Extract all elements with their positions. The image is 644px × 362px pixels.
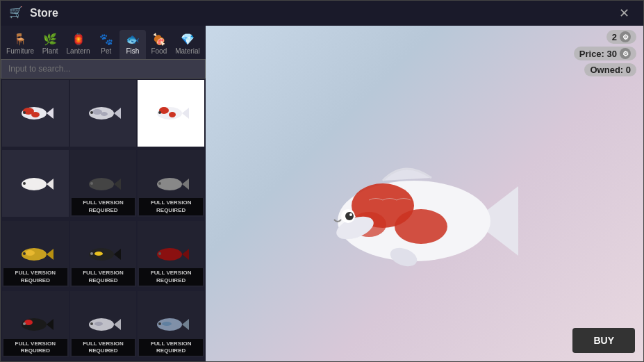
svg-point-41 <box>94 322 103 326</box>
lock-label-11: FULL VERSIONREQUIRED <box>72 339 135 356</box>
items-grid: FULL VERSIONREQUIRED FULL VERSIONREQUIRE… <box>1 79 206 361</box>
svg-point-3 <box>31 112 40 117</box>
grid-item-5[interactable]: FULL VERSIONREQUIRED <box>70 150 137 217</box>
grid-item-11[interactable]: FULL VERSIONREQUIRED <box>70 291 137 358</box>
grid-item-6[interactable]: FULL VERSIONREQUIRED <box>138 150 204 217</box>
svg-point-45 <box>162 322 172 326</box>
fish-thumb-1 <box>15 101 56 125</box>
window-title: Store <box>30 7 613 19</box>
svg-point-20 <box>90 182 93 185</box>
grid-item-2[interactable] <box>70 80 137 147</box>
fish-thumb-6 <box>150 172 192 196</box>
fish-thumb-8 <box>82 242 124 266</box>
svg-point-13 <box>169 112 176 117</box>
fish-thumb-2 <box>82 101 124 125</box>
fish-thumb-9 <box>150 242 192 266</box>
svg-point-42 <box>90 322 93 325</box>
search-bar <box>1 59 206 79</box>
price-badge: Price: 30 ⚙ <box>574 47 636 60</box>
svg-point-38 <box>23 322 26 325</box>
grid-item-1[interactable] <box>2 80 69 147</box>
tab-food[interactable]: 🍖 Food <box>146 30 172 59</box>
lock-label-12: FULL VERSIONREQUIRED <box>139 339 203 356</box>
currency-icon: ⚙ <box>620 31 631 42</box>
currency-amount: 2 <box>612 32 617 42</box>
svg-point-50 <box>395 209 447 244</box>
lantern-icon: 🏮 <box>72 33 85 46</box>
grid-item-3[interactable] <box>138 80 204 147</box>
svg-marker-40 <box>114 319 121 330</box>
grid-item-12[interactable]: FULL VERSIONREQUIRED <box>138 291 204 358</box>
tab-plant[interactable]: 🌿 Plant <box>37 30 63 59</box>
search-input[interactable] <box>1 59 206 79</box>
svg-marker-22 <box>182 179 189 190</box>
owned-row: Owned: 0 <box>584 63 636 76</box>
svg-point-4 <box>23 111 26 114</box>
store-window: 🛒 Store ✕ 🪑 Furniture 🌿 Plant 🏮 Lantern <box>0 0 644 362</box>
lock-label-8: FULL VERSIONREQUIRED <box>72 268 135 286</box>
svg-marker-19 <box>114 179 121 190</box>
fish-thumb-5 <box>82 172 124 196</box>
tab-furniture[interactable]: 🪑 Furniture <box>3 30 37 59</box>
owned-badge: Owned: 0 <box>584 63 636 76</box>
pet-icon: 🐾 <box>99 33 113 46</box>
titlebar: 🛒 Store ✕ <box>1 1 643 26</box>
fish-thumb-7 <box>15 242 56 266</box>
svg-point-8 <box>101 112 108 116</box>
fish-thumb-12 <box>150 312 192 336</box>
tab-plant-label: Plant <box>42 47 58 55</box>
svg-point-30 <box>94 252 103 256</box>
tab-fish-label: Fish <box>126 47 139 55</box>
category-tabs: 🪑 Furniture 🌿 Plant 🏮 Lantern 🐾 Pet 🐟 <box>1 26 206 59</box>
main-content: 🪑 Furniture 🌿 Plant 🏮 Lantern 🐾 Pet 🐟 <box>1 26 643 361</box>
svg-point-46 <box>158 322 161 325</box>
right-panel: 2 ⚙ Price: 30 ⚙ Owned: 0 <box>206 26 643 361</box>
svg-marker-25 <box>47 249 53 260</box>
price-icon: ⚙ <box>620 48 631 59</box>
food-icon: 🍖 <box>152 33 166 46</box>
fish-icon: 🐟 <box>126 33 140 46</box>
svg-point-56 <box>349 213 352 216</box>
price-row: Price: 30 ⚙ <box>574 47 636 60</box>
svg-point-34 <box>158 252 161 255</box>
tab-lantern[interactable]: 🏮 Lantern <box>63 30 93 59</box>
grid-item-8[interactable]: FULL VERSIONREQUIRED <box>70 221 137 288</box>
buy-button[interactable]: BUY <box>572 328 635 353</box>
svg-point-23 <box>158 182 161 185</box>
grid-item-7[interactable]: FULL VERSIONREQUIRED <box>2 221 69 288</box>
lock-label-5: FULL VERSIONREQUIRED <box>72 198 135 215</box>
tab-material[interactable]: 💎 Material <box>172 30 203 59</box>
svg-point-27 <box>23 252 26 255</box>
svg-marker-33 <box>182 249 189 260</box>
tab-pet-label: Pet <box>101 47 111 55</box>
svg-marker-29 <box>114 249 121 260</box>
svg-point-9 <box>90 111 93 114</box>
fish-preview <box>206 81 643 361</box>
svg-marker-36 <box>47 319 53 330</box>
svg-point-55 <box>345 212 354 220</box>
fish-thumb-11 <box>82 312 124 336</box>
svg-point-14 <box>158 111 161 114</box>
tab-material-label: Material <box>175 47 200 55</box>
lock-label-7: FULL VERSIONREQUIRED <box>3 268 67 286</box>
tab-food-label: Food <box>151 47 167 55</box>
lock-label-6: FULL VERSIONREQUIRED <box>139 198 203 215</box>
fish-thumb-4 <box>15 172 56 196</box>
tab-fish[interactable]: 🐟 Fish <box>119 30 146 59</box>
svg-point-26 <box>25 250 35 256</box>
left-panel: 🪑 Furniture 🌿 Plant 🏮 Lantern 🐾 Pet 🐟 <box>1 26 206 361</box>
currency-badge: 2 ⚙ <box>606 30 636 44</box>
fish-thumb-3 <box>150 101 192 125</box>
close-button[interactable]: ✕ <box>613 3 635 24</box>
tab-pet[interactable]: 🐾 Pet <box>93 30 119 59</box>
plant-icon: 🌿 <box>43 33 57 46</box>
furniture-icon: 🪑 <box>13 33 27 46</box>
svg-point-17 <box>23 182 26 185</box>
grid-item-10[interactable]: FULL VERSIONREQUIRED <box>2 291 69 358</box>
tab-furniture-label: Furniture <box>6 47 34 55</box>
svg-marker-11 <box>182 108 189 119</box>
lock-label-9: FULL VERSIONREQUIRED <box>139 268 203 286</box>
grid-item-9[interactable]: FULL VERSIONREQUIRED <box>138 221 204 288</box>
grid-item-4[interactable] <box>2 150 69 217</box>
lock-label-10: FULL VERSIONREQUIRED <box>3 339 67 356</box>
